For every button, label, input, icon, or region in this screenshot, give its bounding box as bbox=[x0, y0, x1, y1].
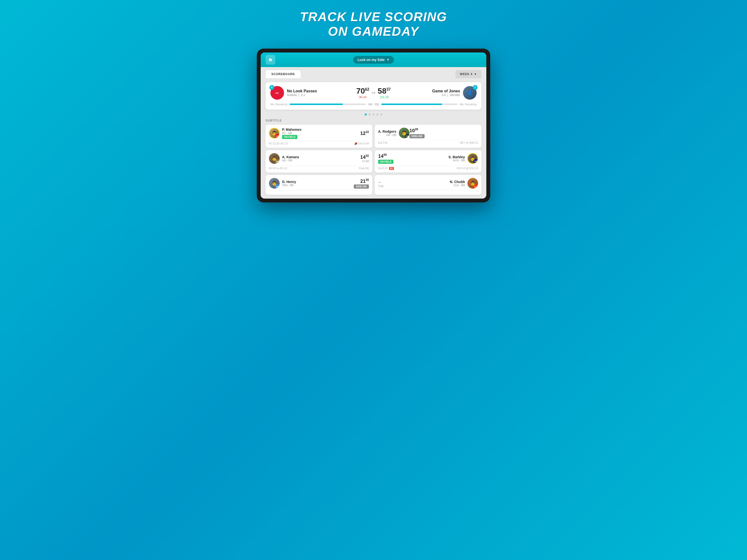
player-pos: KC - QB bbox=[282, 132, 302, 134]
score-value: 1432 bbox=[360, 154, 369, 160]
players-grid: 👨 KC P. Mahomes KC - QB ON FIELD 1210 bbox=[265, 125, 482, 195]
player-card-mahomes[interactable]: 👨 KC P. Mahomes KC - QB ON FIELD 1210 bbox=[265, 125, 372, 148]
player-left-info: 👨 NO A. Kamara NO - RB bbox=[269, 153, 299, 164]
player-avatar-kamara: 👨 NO bbox=[269, 153, 280, 164]
team-right-owner: 3-0 | Jennifer bbox=[432, 93, 460, 97]
player-card-kamara[interactable]: 👨 NO A. Kamara NO - RB 1432 17.60 bbox=[265, 150, 372, 173]
dot-1[interactable] bbox=[365, 113, 367, 115]
player-info: S. Barkley NYG - RB bbox=[448, 155, 465, 162]
matchup-card[interactable]: KC 6 No Look Passes Andrew | 2-1 bbox=[265, 82, 482, 110]
dot-4[interactable] bbox=[377, 113, 378, 115]
team-left: KC 6 No Look Passes Andrew | 2-1 bbox=[271, 86, 354, 100]
score-value: 1455 bbox=[378, 153, 393, 159]
score-value: 1029 bbox=[410, 128, 424, 133]
team-left-name: No Look Passes bbox=[287, 89, 317, 93]
dot-2[interactable] bbox=[369, 113, 370, 115]
game-time: Final (W) bbox=[359, 167, 369, 170]
team-right-badge: 2 bbox=[473, 85, 478, 90]
football-icon: 🏈 bbox=[354, 142, 357, 145]
nyg-logo: NY bbox=[473, 159, 478, 164]
player-right-info: 👨 CLE N. Chubb CLE - RB bbox=[450, 178, 478, 189]
player-card-henry[interactable]: 👨 TEN D. Henry TEN - RB 2120 SIDELINE bbox=[265, 175, 372, 195]
score-right: 5837 bbox=[378, 86, 390, 95]
player-card-chubb[interactable]: – 7.43 👨 CLE N. Chubb CLE - RB bbox=[375, 175, 482, 195]
player-left-info: 👨 GB A. Rodgers GB - QB bbox=[378, 128, 410, 138]
week-selector[interactable]: WEEK 4 ▼ bbox=[456, 70, 482, 78]
score-dash: – bbox=[378, 179, 383, 185]
player-info: D. Henry TEN - RB bbox=[282, 180, 296, 187]
score-area: 7062 96.44 VS 5837 101.26 bbox=[354, 86, 393, 99]
score-value: 2120 bbox=[354, 178, 369, 184]
device-frame: Luck on my Side ▼ SCOREBOARD WEEK 4 ▼ bbox=[257, 49, 490, 203]
game-score: NYG 10 @ HOU 10 bbox=[457, 167, 478, 170]
home-button[interactable] bbox=[265, 55, 275, 65]
matchup-teams: KC 6 No Look Passes Andrew | 2-1 bbox=[271, 86, 476, 100]
game-time: 🏈 2nd 10:34 bbox=[354, 142, 369, 145]
subtitle-label: SUBTITLE bbox=[265, 119, 482, 122]
ten-logo: TEN bbox=[275, 184, 280, 189]
bar-right bbox=[381, 104, 457, 105]
player-avatar-mahomes: 👨 KC bbox=[269, 128, 280, 138]
matchup-bars: Min. Remaining 340 328 Min. Remaining bbox=[271, 103, 476, 106]
game-score: GB 7 @ WAS 21 bbox=[460, 141, 478, 144]
score-proj: 7.43 bbox=[378, 185, 383, 188]
player-game-info: 2nd 9:15 RZ NYG 10 @ HOU 10 bbox=[378, 165, 478, 170]
game-time: 2nd 3:42 bbox=[378, 141, 388, 144]
bar-left bbox=[290, 104, 366, 105]
player-name: A. Kamara bbox=[282, 155, 299, 159]
player-card-rodgers[interactable]: 👨 GB A. Rodgers GB - QB 1029 SIDELI bbox=[375, 125, 482, 148]
team-right: 👤 2 Game of Jones 3-0 | Jennifer bbox=[393, 86, 476, 100]
league-name: Luck on my Side bbox=[357, 58, 384, 62]
rz-badge: RZ bbox=[389, 167, 394, 170]
status-badge: SIDELINE bbox=[354, 185, 369, 189]
bar-label-left: Min. Remaining bbox=[271, 103, 287, 106]
main-content: KC 6 No Look Passes Andrew | 2-1 bbox=[261, 78, 486, 199]
dot-3[interactable] bbox=[372, 113, 375, 115]
player-avatar-barkley: 👨 NY bbox=[467, 153, 478, 164]
bar-num-left: 340 bbox=[368, 103, 372, 106]
bar-num-right: 328 bbox=[375, 103, 379, 106]
chevron-down-icon: ▼ bbox=[474, 73, 477, 76]
player-name: P. Mahomes bbox=[282, 128, 302, 132]
sideline-label: SIDELINE bbox=[410, 134, 424, 138]
team-left-owner: Andrew | 2-1 bbox=[287, 93, 317, 97]
svg-text:KC: KC bbox=[276, 92, 279, 94]
proj-right: 101.26 bbox=[378, 96, 390, 99]
team-left-info: No Look Passes Andrew | 2-1 bbox=[287, 89, 317, 97]
player-pos: GB - QB bbox=[378, 133, 396, 136]
player-pos: NYG - RB bbox=[448, 159, 465, 162]
player-pos: CLE - RB bbox=[450, 184, 465, 187]
proj-left: 96.44 bbox=[356, 96, 369, 99]
player-left-info: 👨 TEN D. Henry TEN - RB bbox=[269, 178, 296, 189]
dots-indicator bbox=[265, 113, 482, 115]
tab-scoreboard[interactable]: SCOREBOARD bbox=[265, 70, 301, 78]
player-score: 1432 17.60 bbox=[360, 154, 369, 163]
player-game-info: KC 21 @ LAC 10 🏈 2nd 10:34 bbox=[269, 140, 369, 145]
player-score-left: 1455 ON FIELD bbox=[378, 153, 393, 164]
bar-fill-right bbox=[381, 104, 442, 105]
chevron-down-icon: ▼ bbox=[387, 58, 390, 61]
team-left-badge: 6 bbox=[269, 85, 274, 90]
status-badge-on-field: ON FIELD bbox=[282, 135, 298, 139]
league-selector[interactable]: Luck on my Side ▼ bbox=[353, 56, 394, 64]
player-game-info: 2nd 3:42 GB 7 @ WAS 21 bbox=[378, 140, 478, 144]
game-score: NO 24 vs ATL 21 bbox=[269, 167, 287, 170]
player-info: A. Kamara NO - RB bbox=[282, 155, 299, 162]
game-time: 2nd 9:15 RZ bbox=[378, 167, 394, 170]
player-avatar-henry: 👨 TEN bbox=[269, 178, 280, 189]
player-right-info: 👨 NY S. Barkley NYG - RB bbox=[448, 153, 478, 164]
dot-5[interactable] bbox=[380, 113, 382, 115]
player-score: 1029 SIDELINE bbox=[410, 128, 424, 138]
player-card-barkley[interactable]: 1455 ON FIELD 👨 NY S. Barkley bbox=[375, 150, 482, 173]
headline: TRACK LIVE SCORING ON GAMEDAY bbox=[300, 10, 447, 39]
cle-logo: CLE bbox=[474, 184, 478, 189]
game-score-left: KC 21 @ LAC 10 bbox=[269, 142, 288, 145]
player-game-info bbox=[269, 190, 369, 192]
player-info: A. Rodgers GB - QB bbox=[378, 130, 396, 136]
player-avatar-rodgers: 👨 GB bbox=[399, 128, 410, 138]
team-right-info: Game of Jones 3-0 | Jennifer bbox=[432, 89, 460, 97]
player-game-info bbox=[378, 190, 478, 192]
status-badge: ON FIELD bbox=[378, 160, 393, 164]
player-pos: NO - RB bbox=[282, 159, 299, 162]
player-top: 👨 KC P. Mahomes KC - QB ON FIELD 1210 bbox=[269, 128, 369, 139]
